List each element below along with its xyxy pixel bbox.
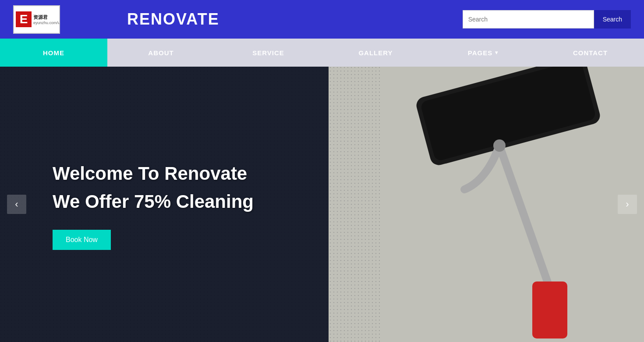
hero-title: Welcome To Renovate [53, 163, 254, 184]
dropdown-arrow-icon: ▾ [495, 50, 498, 56]
hero-subtitle: We Offer 75% Cleaning [53, 191, 254, 212]
nav-label-about: ABOUT [148, 49, 173, 57]
book-now-button[interactable]: Book Now [53, 230, 111, 250]
logo-e-letter: E [16, 11, 32, 27]
nav-item-about[interactable]: ABOUT [107, 39, 215, 67]
navigation: HOME ABOUT SERVICE GALLERY PAGES ▾ CONTA… [0, 39, 644, 67]
logo-url: eyunzhu.com/vdisk [33, 21, 60, 25]
svg-line-6 [499, 146, 552, 295]
nav-label-gallery: GALLERY [358, 49, 393, 57]
logo[interactable]: E 资源君 eyunzhu.com/vdisk [13, 5, 105, 34]
nav-item-pages[interactable]: PAGES ▾ [429, 39, 537, 67]
nav-item-contact[interactable]: CONTACT [537, 39, 644, 67]
nav-item-home[interactable]: HOME [0, 39, 107, 67]
nav-label-contact: CONTACT [573, 49, 608, 57]
svg-rect-5 [420, 67, 596, 162]
svg-rect-7 [532, 281, 567, 338]
nav-item-service[interactable]: SERVICE [215, 39, 322, 67]
search-input[interactable] [463, 10, 594, 28]
nav-item-gallery[interactable]: GALLERY [322, 39, 429, 67]
logo-image: E 资源君 eyunzhu.com/vdisk [13, 5, 60, 34]
slider-next-button[interactable]: › [618, 195, 637, 214]
nav-label-home: HOME [43, 49, 64, 57]
paint-roller-svg [333, 67, 631, 342]
brand-name: RENOVATE [127, 10, 454, 28]
svg-point-8 [493, 139, 506, 152]
logo-text-block: 资源君 eyunzhu.com/vdisk [33, 14, 60, 25]
hero-slider: Welcome To Renovate We Offer 75% Cleanin… [0, 67, 644, 342]
logo-chinese: 资源君 [33, 14, 60, 21]
header: E 资源君 eyunzhu.com/vdisk RENOVATE Search [0, 0, 644, 39]
slider-prev-button[interactable]: ‹ [7, 195, 26, 214]
search-area: Search [463, 10, 631, 28]
search-button[interactable]: Search [594, 10, 631, 28]
nav-label-service: SERVICE [252, 49, 284, 57]
paint-roller-container [333, 67, 631, 342]
nav-label-pages: PAGES [468, 49, 492, 57]
hero-content: Welcome To Renovate We Offer 75% Cleanin… [53, 163, 254, 250]
